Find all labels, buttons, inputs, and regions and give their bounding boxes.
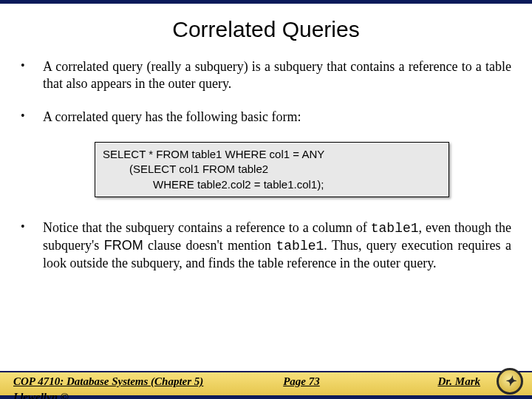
bullet-marker: • (21, 219, 43, 272)
keyword: FROM (104, 238, 143, 253)
code-inline: table1 (276, 239, 324, 253)
bullet-marker: • (21, 58, 43, 92)
bullet-text: A correlated query (really a subquery) i… (43, 58, 511, 92)
footer-overflow: Llewellyn © (13, 391, 69, 399)
footer-left: COP 4710: Database Systems (Chapter 5) (13, 375, 235, 388)
footer: COP 4710: Database Systems (Chapter 5) P… (0, 371, 532, 399)
slide-title: Correlated Queries (0, 17, 532, 42)
code-line: (SELECT col1 FROM table2 (103, 162, 441, 177)
bullet-item: • Notice that the subquery contains a re… (21, 219, 511, 272)
code-inline: table1 (371, 221, 419, 236)
seal-star-icon: ✦ (505, 373, 516, 389)
code-line: WHERE table2.col2 = table1.col1); (103, 177, 441, 192)
code-line: SELECT * FROM table1 WHERE col1 = ANY (103, 147, 441, 162)
code-block: SELECT * FROM table1 WHERE col1 = ANY (S… (95, 142, 449, 197)
bullet-text: A correlated query has the following bas… (43, 109, 511, 126)
bullet-text: Notice that the subquery contains a refe… (43, 219, 511, 272)
slide: Correlated Queries • A correlated query … (0, 0, 532, 399)
logo-seal: ✦ (497, 368, 523, 395)
bullet-marker: • (21, 109, 43, 126)
slide-body: • A correlated query (really a subquery)… (0, 58, 532, 272)
bullet-item: • A correlated query (really a subquery)… (21, 58, 511, 92)
text-run: clause doesn't mention (143, 238, 276, 253)
footer-page: Page 73 (235, 375, 368, 388)
bullet-item: • A correlated query has the following b… (21, 109, 511, 126)
text-run: Notice that the subquery contains a refe… (43, 220, 371, 235)
